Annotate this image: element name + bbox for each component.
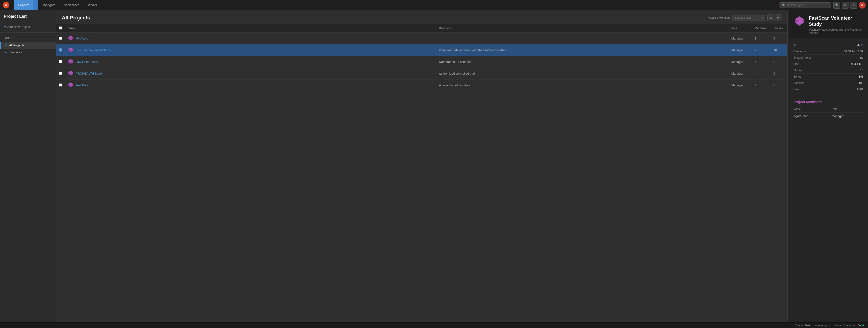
row-checkbox[interactable] — [59, 84, 62, 87]
detail-field-value: 06.08.24, 11:39 — [844, 50, 863, 53]
project-name-cell: FastScan Volunteer Study — [65, 44, 436, 56]
project-name-link[interactable]: PROHEALTH Study — [75, 72, 102, 75]
detail-field-key: Series — [793, 75, 801, 78]
project-name-link[interactable]: Test Data — [75, 84, 89, 87]
checkbox-col-header — [56, 24, 65, 33]
nav-tab-my-agora[interactable]: My Agora — [38, 0, 60, 10]
help-button[interactable]: ? — [850, 2, 857, 9]
project-members-count: 2 — [752, 44, 771, 56]
add-project-button[interactable]: + Add New Project — [0, 23, 56, 31]
detail-field-row: Datasets108 — [793, 80, 863, 86]
sidebar-title: Project List — [0, 14, 56, 23]
project-role: Manager — [728, 44, 752, 56]
member-row: AgoraUsermanager — [793, 112, 863, 120]
detail-body: ID47⧉Created at06.08.24, 11:39System Pro… — [789, 38, 868, 96]
members-table: Name Role AgoraUsermanager — [793, 106, 863, 120]
member-name: AgoraUser — [793, 112, 832, 120]
filter-label: Filter By Member: — [708, 16, 730, 20]
project-members-count: 4 — [752, 56, 771, 68]
detail-field-row: Created at06.08.24, 11:39 — [793, 48, 863, 55]
detail-field-value: 6864 — [857, 88, 863, 91]
table-row[interactable]: PROHEALTH Studyrandomized controlled tri… — [56, 68, 787, 79]
project-name-link[interactable]: FastScan Volunteer Study — [75, 48, 111, 52]
search-box: 🔍 — [779, 2, 831, 8]
table-row[interactable]: Low Field ScansData from 0.3T scannerMan… — [56, 56, 787, 68]
project-description: Data from 0.3T scanner — [436, 56, 728, 68]
detail-field-row: Size994.1 MB — [793, 61, 863, 67]
project-icon — [68, 47, 74, 54]
table-header: Name ↑ Description Role Members — [56, 24, 787, 33]
add-icon: + — [4, 25, 6, 29]
detail-field-key: Studies — [793, 69, 803, 72]
filter-member-select[interactable]: Select a user — [732, 15, 765, 21]
search-input[interactable] — [787, 3, 829, 7]
app-info-icon[interactable]: ⓘ — [828, 324, 830, 327]
project-name-link[interactable]: Low Field Scans — [75, 60, 98, 64]
detail-field-value: 994.1 MB — [851, 62, 863, 66]
svg-text:a: a — [5, 3, 7, 7]
table-row[interactable]: Test DataA collection of test dataManage… — [56, 79, 787, 91]
user-avatar[interactable]: A — [859, 2, 866, 9]
sidebar-item-favorites[interactable]: Favorites — [0, 48, 56, 56]
description-col-header[interactable]: Description — [436, 24, 728, 33]
app-logo[interactable]: a — [2, 1, 11, 9]
project-description: A collection of test data — [436, 79, 728, 91]
sidebar-item-all-projects[interactable]: All Projects — [0, 42, 56, 48]
detail-field-key: Created at — [793, 50, 806, 53]
project-description — [436, 33, 728, 44]
nav-icons: 🔍 ⚙ ? A — [833, 2, 866, 9]
project-name-cell: My Agora — [65, 33, 436, 44]
detail-subtitle: Volunteer data acquired with the FastSca… — [809, 28, 863, 35]
duplicate-button[interactable]: ⧉ — [767, 14, 774, 21]
row-checkbox[interactable] — [59, 60, 62, 63]
groups-header: Groups + — [0, 35, 56, 42]
nav-tab-projects[interactable]: Projects — [14, 0, 33, 10]
select-all-checkbox[interactable] — [59, 26, 62, 29]
detail-field-key: Datasets — [793, 81, 804, 85]
detail-field-value: 47 — [858, 43, 861, 47]
detail-field-value: 10 — [860, 69, 863, 72]
nav-tab-viewer[interactable]: Viewer — [84, 0, 101, 10]
row-checkbox[interactable] — [59, 72, 62, 75]
studies-col-header[interactable]: Studies — [771, 24, 787, 33]
content-header: All Projects Filter By Member: Select a … — [56, 10, 787, 24]
sort-arrow-icon: ↑ — [76, 27, 77, 30]
project-members-count: 4 — [752, 68, 771, 79]
role-col-header[interactable]: Role — [728, 24, 752, 33]
row-checkbox[interactable] — [59, 37, 62, 40]
settings-button[interactable]: ⚙ — [842, 2, 849, 9]
name-col-header[interactable]: Name ↑ — [65, 24, 436, 33]
project-name-cell: PROHEALTH Study — [65, 68, 436, 79]
content-area: All Projects Filter By Member: Select a … — [56, 10, 787, 322]
status-bar: Theme: Dark AgoraApp ⓘ Server Connection… — [0, 322, 868, 328]
detail-field-row: ID47⧉ — [793, 42, 863, 48]
copy-id-button[interactable]: ⧉ — [862, 44, 863, 47]
page-title: All Projects — [62, 15, 90, 21]
members-tbody: AgoraUsermanager — [793, 112, 863, 120]
project-studies-count: 0 — [771, 56, 787, 68]
top-navigation: a Projects ▾ My Agora Showcases Viewer 🔍… — [0, 0, 868, 10]
nav-tab-showcases[interactable]: Showcases — [60, 0, 84, 10]
table-row[interactable]: FastScan Volunteer StudyVolunteer data a… — [56, 44, 787, 56]
members-col-header[interactable]: Members — [752, 24, 771, 33]
project-name-link[interactable]: My Agora — [75, 37, 89, 40]
table-row[interactable]: My AgoraManager10 — [56, 33, 787, 44]
detail-field-key: Size — [793, 62, 799, 66]
project-icon — [68, 70, 74, 77]
nav-tab-projects-arrow[interactable]: ▾ — [33, 0, 38, 10]
detail-field-value: no — [860, 56, 863, 59]
connection-status-dot — [862, 325, 864, 326]
detail-field-value: 108 — [859, 75, 863, 78]
members-title: Project Members — [793, 100, 863, 104]
project-role: Manager — [728, 79, 752, 91]
project-role: Manager — [728, 33, 752, 44]
row-checkbox[interactable] — [59, 48, 62, 52]
detail-field-row: System Projectno — [793, 55, 863, 61]
search-nav-button[interactable]: 🔍 — [833, 2, 840, 9]
theme-status: Theme: Dark — [795, 324, 810, 327]
app-status: AgoraApp ⓘ — [815, 324, 830, 327]
project-studies-count: 0 — [771, 33, 787, 44]
groups-add-button[interactable]: + — [50, 36, 52, 40]
delete-button[interactable]: 🗑 — [775, 14, 781, 21]
project-icon — [68, 35, 74, 42]
